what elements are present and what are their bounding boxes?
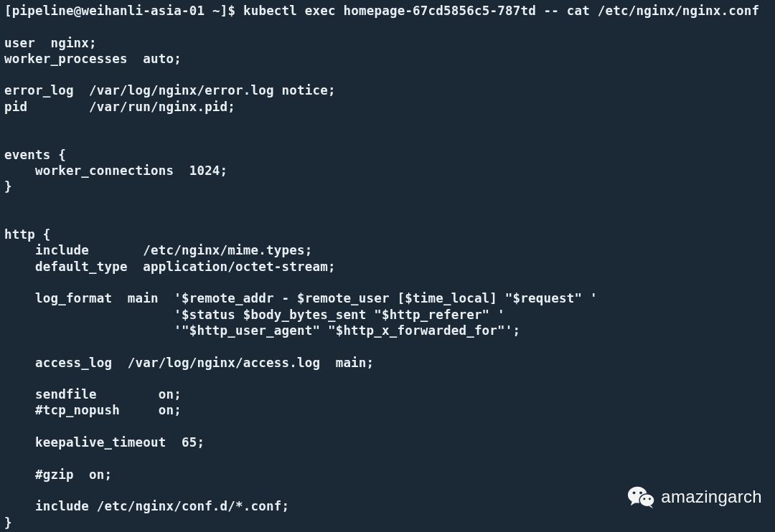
output-line: include /etc/nginx/conf.d/*.conf; (4, 499, 289, 513)
svg-point-5 (649, 498, 651, 500)
output-line: '$status $body_bytes_sent "$http_referer… (4, 308, 505, 322)
prompt-symbol: $ (227, 4, 235, 18)
output-line: error_log /var/log/nginx/error.log notic… (4, 83, 336, 98)
watermark-text: amazingarch (661, 489, 762, 505)
output-line: user nginx; (4, 36, 97, 50)
output-line: '"$http_user_agent" "$http_x_forwarded_f… (4, 323, 520, 338)
prompt-cwd: ~ (212, 4, 220, 18)
output-line: sendfile on; (4, 387, 182, 402)
output-line: http { (4, 227, 50, 242)
output-line: access_log /var/log/nginx/access.log mai… (4, 356, 374, 370)
svg-point-2 (639, 491, 642, 494)
svg-point-4 (644, 498, 646, 500)
wechat-icon (628, 485, 655, 509)
output-line: worker_connections 1024; (4, 163, 227, 178)
command-text: kubectl exec homepage-67cd5856c5-787td -… (243, 4, 759, 18)
output-line: worker_processes auto; (4, 52, 182, 66)
watermark: amazingarch (628, 485, 762, 509)
output-line: log_format main '$remote_addr - $remote_… (4, 291, 598, 305)
svg-point-1 (633, 491, 636, 494)
prompt-space (205, 4, 212, 18)
output-line: pid /var/run/nginx.pid; (4, 100, 235, 114)
output-line: #gzip on; (4, 467, 112, 482)
prompt-open-bracket: [ (4, 4, 12, 18)
prompt-gap (235, 4, 243, 18)
svg-point-3 (639, 494, 654, 507)
output-line: keepalive_timeout 65; (4, 435, 205, 450)
prompt-user: pipeline (12, 4, 74, 18)
output-line: #tcp_nopush on; (4, 403, 182, 417)
output-line: } (4, 179, 12, 194)
output-line: events { (4, 148, 66, 162)
prompt-at: @ (74, 4, 82, 18)
output-line: default_type application/octet-stream; (4, 260, 336, 274)
terminal-window[interactable]: [pipeline@weihanli-asia-01 ~]$ kubectl e… (0, 0, 775, 532)
output-line: include /etc/nginx/mime.types; (4, 243, 312, 257)
prompt-close-bracket: ] (220, 4, 228, 18)
prompt-host: weihanli-asia-01 (81, 4, 205, 18)
output-line: } (4, 516, 12, 530)
